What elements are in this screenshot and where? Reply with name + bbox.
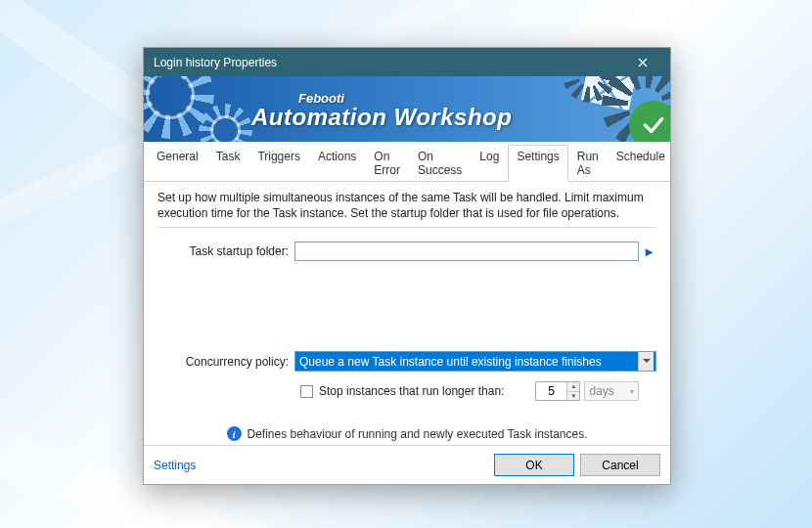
dialog-window: Login history Properties Febooti Automat… xyxy=(143,47,671,485)
help-link[interactable]: Settings xyxy=(154,459,196,472)
tab-log[interactable]: Log xyxy=(471,145,508,182)
close-icon xyxy=(638,58,648,67)
window-title: Login history Properties xyxy=(154,56,623,69)
brand-big: Automation Workshop xyxy=(251,105,512,130)
tab-on-success[interactable]: On Success xyxy=(409,145,471,182)
tab-task[interactable]: Task xyxy=(207,145,249,182)
browse-button[interactable]: ▸ xyxy=(641,242,656,261)
tab-triggers[interactable]: Triggers xyxy=(248,145,309,182)
info-row: i Defines behaviour of running and newly… xyxy=(158,426,656,441)
stop-unit-select[interactable]: days ▼ xyxy=(584,381,639,401)
tab-general[interactable]: General xyxy=(148,145,207,182)
concurrency-row: Concurrency policy: Queue a new Task ins… xyxy=(158,351,656,372)
info-icon: i xyxy=(227,426,242,441)
concurrency-label: Concurrency policy: xyxy=(158,355,294,369)
spinner-down-icon[interactable]: ▼ xyxy=(566,392,579,401)
spinner-up-icon[interactable]: ▲ xyxy=(566,382,579,392)
dialog-footer: Settings OK Cancel xyxy=(144,445,670,484)
titlebar[interactable]: Login history Properties xyxy=(144,48,670,76)
tab-on-error[interactable]: On Error xyxy=(365,145,409,182)
close-button[interactable] xyxy=(623,48,662,76)
content-panel: Set up how multiple simultaneous instanc… xyxy=(144,182,670,445)
stop-instances-row: Stop instances that run longer than: ▲ ▼… xyxy=(158,381,656,401)
settings-description: Set up how multiple simultaneous instanc… xyxy=(158,190,656,228)
tab-settings[interactable]: Settings xyxy=(508,145,567,182)
tab-strip: GeneralTaskTriggersActionsOn ErrorOn Suc… xyxy=(144,142,670,182)
cancel-button[interactable]: Cancel xyxy=(580,454,660,476)
tab-schedule[interactable]: Schedule xyxy=(608,145,674,182)
concurrency-select[interactable]: Queue a new Task instance until existing… xyxy=(294,351,656,372)
chevron-down-icon xyxy=(638,352,654,371)
spinner-buttons[interactable]: ▲ ▼ xyxy=(566,382,579,400)
startup-folder-input[interactable] xyxy=(294,242,639,261)
tab-actions[interactable]: Actions xyxy=(309,145,365,182)
chevron-right-icon: ▸ xyxy=(646,243,653,259)
stop-instances-label: Stop instances that run longer than: xyxy=(319,384,504,398)
stop-instances-checkbox[interactable] xyxy=(300,385,313,398)
stop-unit-value: days xyxy=(589,384,613,398)
banner-title: Febooti Automation Workshop xyxy=(251,92,512,130)
chevron-down-icon: ▼ xyxy=(629,388,636,395)
startup-folder-label: Task startup folder: xyxy=(158,244,294,258)
ok-button[interactable]: OK xyxy=(494,454,574,476)
tab-run-as[interactable]: Run As xyxy=(568,145,608,182)
concurrency-value: Queue a new Task instance until existing… xyxy=(299,355,638,369)
info-text: Defines behaviour of running and newly e… xyxy=(248,427,588,441)
startup-folder-row: Task startup folder: ▸ xyxy=(158,242,656,261)
banner: Febooti Automation Workshop xyxy=(144,76,670,142)
form-area: Task startup folder: ▸ Concurrency polic… xyxy=(158,228,656,441)
